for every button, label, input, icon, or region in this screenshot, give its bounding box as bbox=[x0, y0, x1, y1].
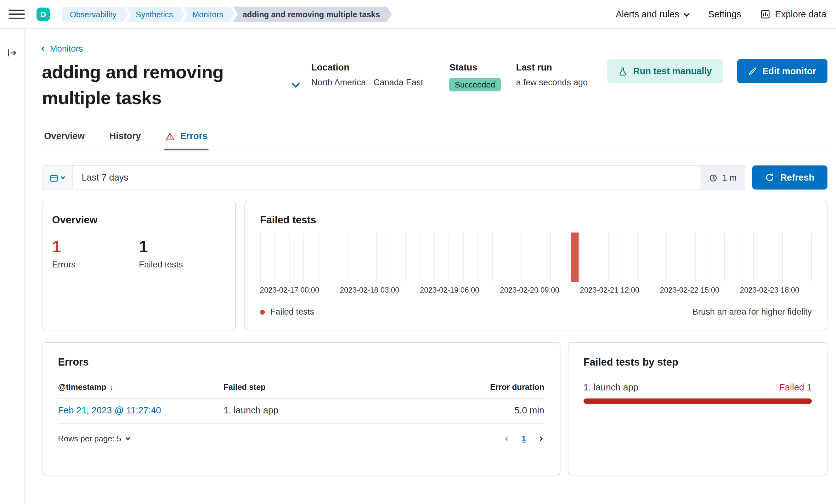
x-tick: 2023-02-21 12:00 bbox=[580, 286, 639, 294]
sort-descending-icon: ↓ bbox=[110, 383, 114, 391]
next-page-button[interactable] bbox=[537, 435, 544, 442]
failed-tests-stat: 1 Failed tests bbox=[139, 238, 226, 270]
location-label: Location bbox=[311, 62, 450, 73]
calendar-icon bbox=[50, 174, 58, 182]
time-controls: Last 7 days 1 m Refresh bbox=[42, 166, 828, 190]
overview-card: Overview 1 Errors 1 Failed tests bbox=[42, 201, 236, 330]
app-window: D Observability Synthetics Monitors addi… bbox=[0, 0, 836, 504]
refresh-button[interactable]: Refresh bbox=[752, 166, 828, 190]
x-tick: 2023-02-23 18:00 bbox=[740, 286, 799, 294]
page-title: adding and removing multiple tasks bbox=[42, 59, 281, 111]
failed-tests-count-label: Failed tests bbox=[139, 260, 226, 270]
monitor-tabs: Overview History Errors bbox=[42, 131, 828, 150]
errors-stat: 1 Errors bbox=[52, 238, 139, 270]
status-label: Status bbox=[450, 62, 516, 73]
chevron-down-icon bbox=[125, 435, 130, 440]
monitor-select-dropdown[interactable] bbox=[290, 79, 301, 91]
column-header-timestamp[interactable]: @timestamp ↓ bbox=[58, 382, 224, 391]
menu-hamburger-button[interactable] bbox=[8, 6, 24, 22]
date-quick-select-button[interactable] bbox=[42, 166, 73, 189]
meta-status: Status Succeeded bbox=[450, 62, 516, 111]
step-failed-count: Failed 1 bbox=[779, 382, 812, 393]
alerts-and-rules-label: Alerts and rules bbox=[616, 9, 679, 20]
brush-hint-text: Brush an area for higher fidelity bbox=[692, 307, 812, 317]
failed-tests-chart-title: Failed tests bbox=[260, 214, 812, 226]
status-badge: Succeeded bbox=[450, 78, 500, 92]
previous-page-button[interactable] bbox=[503, 435, 511, 442]
legend-dot-icon bbox=[260, 310, 265, 314]
errors-count-label: Errors bbox=[52, 260, 139, 270]
rows-per-page-label: Rows per page: 5 bbox=[58, 434, 121, 443]
run-test-manually-button[interactable]: Run test manually bbox=[607, 59, 723, 83]
refresh-interval-control[interactable]: 1 m bbox=[701, 166, 744, 189]
refresh-interval-value: 1 m bbox=[722, 173, 737, 183]
warning-triangle-icon bbox=[166, 133, 175, 141]
monitor-title-wrap: adding and removing multiple tasks bbox=[42, 59, 311, 111]
refresh-label: Refresh bbox=[780, 172, 814, 183]
refresh-interval-clock-icon bbox=[709, 174, 718, 182]
monitor-header: adding and removing multiple tasks Locat… bbox=[42, 59, 828, 111]
chevron-left-icon bbox=[41, 46, 46, 51]
back-to-monitors-link[interactable]: Monitors bbox=[42, 44, 83, 54]
rows-per-page-selector[interactable]: Rows per page: 5 bbox=[58, 434, 129, 443]
last-run-value: a few seconds ago bbox=[516, 78, 607, 88]
breadcrumb-monitors[interactable]: Monitors bbox=[183, 6, 235, 22]
errors-table-header: @timestamp ↓ Failed step Error duration bbox=[58, 382, 544, 398]
step-item: 1. launch app Failed 1 bbox=[584, 382, 812, 404]
x-tick: 2023-02-17 00:00 bbox=[260, 286, 320, 294]
breadcrumb: Observability Synthetics Monitors adding… bbox=[62, 6, 392, 22]
tab-overview-label: Overview bbox=[44, 131, 85, 141]
error-failed-step-cell: 1. launch app bbox=[224, 406, 453, 416]
settings-label: Settings bbox=[708, 9, 741, 20]
chevron-down-icon bbox=[291, 79, 300, 88]
top-header-bar: D Observability Synthetics Monitors addi… bbox=[0, 0, 836, 29]
pencil-icon bbox=[748, 67, 757, 75]
breadcrumb-observability[interactable]: Observability bbox=[62, 6, 128, 22]
error-timestamp-link[interactable]: Feb 21, 2023 @ 11:27:40 bbox=[58, 406, 161, 416]
column-header-error-duration: Error duration bbox=[453, 382, 544, 391]
x-tick: 2023-02-22 15:00 bbox=[660, 286, 720, 294]
table-row: Feb 21, 2023 @ 11:27:40 1. launch app 5.… bbox=[58, 399, 544, 424]
explore-data-link[interactable]: Explore data bbox=[760, 9, 826, 20]
breadcrumb-synthetics[interactable]: Synthetics bbox=[126, 6, 185, 22]
settings-link[interactable]: Settings bbox=[708, 9, 741, 20]
expand-sidebar-button[interactable] bbox=[7, 49, 17, 58]
errors-table: @timestamp ↓ Failed step Error duration … bbox=[58, 382, 544, 424]
x-tick: 2023-02-19 06:00 bbox=[420, 286, 479, 294]
chart-footer: Failed tests Brush an area for higher fi… bbox=[260, 307, 812, 317]
edit-monitor-button[interactable]: Edit monitor bbox=[737, 59, 828, 83]
page-number-1[interactable]: 1 bbox=[521, 434, 526, 443]
failed-test-bar bbox=[571, 232, 579, 282]
table-footer: Rows per page: 5 1 bbox=[58, 434, 544, 443]
x-tick: 2023-02-18 03:00 bbox=[340, 286, 399, 294]
alerts-and-rules-menu[interactable]: Alerts and rules bbox=[616, 9, 689, 20]
x-axis-ticks: 2023-02-17 00:00 2023-02-18 03:00 2023-0… bbox=[260, 286, 812, 295]
super-date-picker: Last 7 days 1 m bbox=[42, 166, 745, 190]
failed-tests-chart-card: Failed tests 2023-02-17 00:00 2023-02-18… bbox=[245, 201, 828, 330]
explore-data-icon bbox=[760, 10, 770, 19]
errors-count: 1 bbox=[52, 238, 139, 256]
step-failure-bar bbox=[584, 399, 812, 404]
header-nav: Alerts and rules Settings Explore data bbox=[616, 9, 826, 20]
space-avatar[interactable]: D bbox=[37, 7, 50, 21]
back-link-label: Monitors bbox=[50, 44, 83, 54]
last-run-label: Last run bbox=[516, 62, 607, 73]
app-body: Monitors adding and removing multiple ta… bbox=[0, 29, 836, 504]
pagination: 1 bbox=[503, 434, 544, 443]
tab-history[interactable]: History bbox=[108, 131, 142, 150]
tab-errors[interactable]: Errors bbox=[165, 131, 209, 150]
tab-errors-label: Errors bbox=[180, 131, 207, 141]
by-step-card-title: Failed tests by step bbox=[584, 356, 812, 368]
meta-location: Location North America - Canada East bbox=[311, 62, 450, 111]
meta-last-run: Last run a few seconds ago bbox=[516, 62, 607, 111]
tab-overview[interactable]: Overview bbox=[43, 131, 86, 150]
date-range-display[interactable]: Last 7 days bbox=[72, 172, 137, 183]
chevron-down-icon bbox=[60, 175, 65, 179]
collapsed-sidebar bbox=[0, 29, 25, 504]
legend-item-failed-tests[interactable]: Failed tests bbox=[260, 307, 314, 317]
failed-tests-histogram[interactable] bbox=[260, 232, 812, 282]
x-tick: 2023-02-20 09:00 bbox=[500, 286, 559, 294]
legend-label: Failed tests bbox=[270, 307, 315, 317]
errors-card-title: Errors bbox=[58, 356, 544, 368]
breadcrumb-current-monitor: adding and removing multiple tasks bbox=[233, 6, 392, 22]
